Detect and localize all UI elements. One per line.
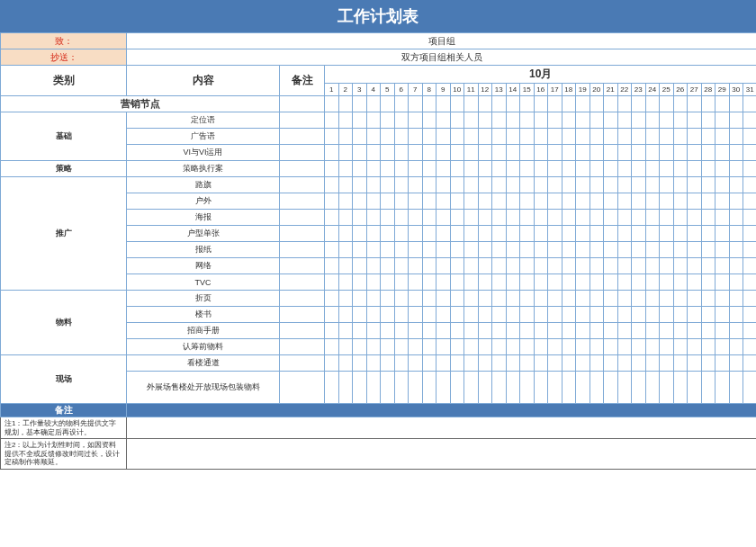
cell-2-5-13[interactable] bbox=[492, 258, 507, 274]
cell-4-1-2[interactable] bbox=[338, 372, 353, 404]
cell-3-2-22[interactable] bbox=[617, 323, 632, 339]
cell-2-2-1[interactable] bbox=[325, 210, 339, 226]
cell-4-1-15[interactable] bbox=[520, 372, 535, 404]
cell-0-2-20[interactable] bbox=[590, 145, 604, 161]
cell-1-0-15[interactable] bbox=[520, 161, 535, 177]
cell-3-1-30[interactable] bbox=[729, 307, 743, 323]
cell-1-0-30[interactable] bbox=[729, 161, 743, 177]
cell-2-0-11[interactable] bbox=[464, 177, 479, 193]
cell-2-1-13[interactable] bbox=[492, 193, 507, 210]
cell-3-0-3[interactable] bbox=[353, 291, 367, 307]
cell-2-3-30[interactable] bbox=[729, 226, 743, 242]
cell-4-1-13[interactable] bbox=[492, 372, 507, 404]
cell-0-2-11[interactable] bbox=[464, 145, 479, 161]
cell-3-2-1[interactable] bbox=[325, 323, 339, 339]
cell-1-0-28[interactable] bbox=[701, 161, 716, 177]
cell-0-1-8[interactable] bbox=[422, 129, 436, 145]
cell-3-1-20[interactable] bbox=[590, 307, 604, 323]
cell-2-3-29[interactable] bbox=[716, 226, 730, 242]
cell-3-2-15[interactable] bbox=[520, 323, 535, 339]
cell-2-3-21[interactable] bbox=[604, 226, 618, 242]
cell-3-3-23[interactable] bbox=[632, 339, 646, 355]
cell-0-2-28[interactable] bbox=[701, 145, 716, 161]
cell-2-4-28[interactable] bbox=[701, 242, 716, 258]
cell-2-4-3[interactable] bbox=[353, 242, 367, 258]
cell-3-3-4[interactable] bbox=[366, 339, 381, 355]
cell-4-0-27[interactable] bbox=[688, 355, 702, 372]
cell-1-0-18[interactable] bbox=[562, 161, 576, 177]
cell-4-0-28[interactable] bbox=[701, 355, 716, 372]
cell-0-0-10[interactable] bbox=[450, 112, 464, 129]
cell-4-1-14[interactable] bbox=[506, 372, 520, 404]
cell-3-2-6[interactable] bbox=[394, 323, 409, 339]
cell-3-1-25[interactable] bbox=[660, 307, 674, 323]
cell-4-1-6[interactable] bbox=[394, 372, 409, 404]
cell-3-3-18[interactable] bbox=[562, 339, 576, 355]
cell-2-6-17[interactable] bbox=[548, 274, 562, 291]
cell-0-2-10[interactable] bbox=[450, 145, 464, 161]
cell-2-4-21[interactable] bbox=[604, 242, 618, 258]
cell-1-0-3[interactable] bbox=[353, 161, 367, 177]
cell-1-0-31[interactable] bbox=[743, 161, 757, 177]
cell-2-6-3[interactable] bbox=[353, 274, 367, 291]
cell-3-2-19[interactable] bbox=[576, 323, 590, 339]
cell-2-2-24[interactable] bbox=[645, 210, 660, 226]
cell-0-0-17[interactable] bbox=[548, 112, 562, 129]
cell-2-4-13[interactable] bbox=[492, 242, 507, 258]
cell-3-1-5[interactable] bbox=[381, 307, 395, 323]
cell-0-1-10[interactable] bbox=[450, 129, 464, 145]
cell-2-3-27[interactable] bbox=[688, 226, 702, 242]
cell-2-4-27[interactable] bbox=[688, 242, 702, 258]
cell-2-4-6[interactable] bbox=[394, 242, 409, 258]
cell-0-2-5[interactable] bbox=[381, 145, 395, 161]
cell-2-5-11[interactable] bbox=[464, 258, 479, 274]
cell-0-2-31[interactable] bbox=[743, 145, 757, 161]
cell-0-0-9[interactable] bbox=[436, 112, 451, 129]
cell-0-0-31[interactable] bbox=[743, 112, 757, 129]
cell-0-0-12[interactable] bbox=[478, 112, 492, 129]
cell-2-2-20[interactable] bbox=[590, 210, 604, 226]
cell-2-3-31[interactable] bbox=[743, 226, 757, 242]
cell-2-5-25[interactable] bbox=[660, 258, 674, 274]
cell-3-3-26[interactable] bbox=[673, 339, 688, 355]
cell-3-2-3[interactable] bbox=[353, 323, 367, 339]
cell-4-0-29[interactable] bbox=[716, 355, 730, 372]
cell-2-5-3[interactable] bbox=[353, 258, 367, 274]
cell-3-1-9[interactable] bbox=[436, 307, 451, 323]
cell-0-1-18[interactable] bbox=[562, 129, 576, 145]
cell-0-1-2[interactable] bbox=[338, 129, 353, 145]
cell-0-2-4[interactable] bbox=[366, 145, 381, 161]
cell-3-0-28[interactable] bbox=[701, 291, 716, 307]
cell-1-0-29[interactable] bbox=[716, 161, 730, 177]
cell-3-1-13[interactable] bbox=[492, 307, 507, 323]
cell-3-0-14[interactable] bbox=[506, 291, 520, 307]
cell-2-4-19[interactable] bbox=[576, 242, 590, 258]
cell-3-0-7[interactable] bbox=[409, 291, 423, 307]
cell-2-1-11[interactable] bbox=[464, 193, 479, 210]
cell-4-0-6[interactable] bbox=[394, 355, 409, 372]
cell-3-2-2[interactable] bbox=[338, 323, 353, 339]
cell-3-1-18[interactable] bbox=[562, 307, 576, 323]
cell-2-1-20[interactable] bbox=[590, 193, 604, 210]
cell-2-1-31[interactable] bbox=[743, 193, 757, 210]
cell-4-0-25[interactable] bbox=[660, 355, 674, 372]
cell-1-0-8[interactable] bbox=[422, 161, 436, 177]
cell-2-0-4[interactable] bbox=[366, 177, 381, 193]
cell-1-0-12[interactable] bbox=[478, 161, 492, 177]
cell-3-2-7[interactable] bbox=[409, 323, 423, 339]
cell-2-2-16[interactable] bbox=[534, 210, 548, 226]
cell-2-1-19[interactable] bbox=[576, 193, 590, 210]
cell-3-3-14[interactable] bbox=[506, 339, 520, 355]
cell-0-0-2[interactable] bbox=[338, 112, 353, 129]
cell-2-3-12[interactable] bbox=[478, 226, 492, 242]
cell-4-0-4[interactable] bbox=[366, 355, 381, 372]
cell-2-0-28[interactable] bbox=[701, 177, 716, 193]
cell-3-2-26[interactable] bbox=[673, 323, 688, 339]
cell-2-4-26[interactable] bbox=[673, 242, 688, 258]
cell-0-2-29[interactable] bbox=[716, 145, 730, 161]
cell-2-4-10[interactable] bbox=[450, 242, 464, 258]
cell-3-0-12[interactable] bbox=[478, 291, 492, 307]
cell-3-3-13[interactable] bbox=[492, 339, 507, 355]
cell-2-5-12[interactable] bbox=[478, 258, 492, 274]
cell-3-0-23[interactable] bbox=[632, 291, 646, 307]
